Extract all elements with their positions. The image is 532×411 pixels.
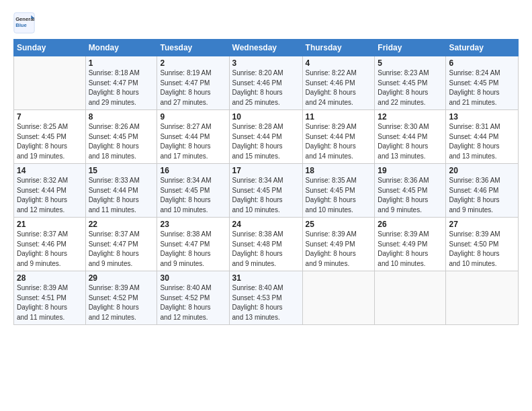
day-number: 26 (378, 220, 443, 229)
day-number: 6 (449, 58, 515, 68)
day-number: 27 (449, 220, 515, 229)
calendar-cell: 17Sunrise: 8:34 AMSunset: 4:45 PMDayligh… (229, 164, 302, 218)
svg-text:Blue: Blue (15, 22, 26, 28)
calendar-cell: 14Sunrise: 8:32 AMSunset: 4:44 PMDayligh… (14, 164, 86, 218)
day-detail: Sunrise: 8:24 AMSunset: 4:45 PMDaylight:… (449, 68, 515, 107)
day-detail: Sunrise: 8:37 AMSunset: 4:46 PMDaylight:… (17, 230, 83, 269)
calendar-cell: 19Sunrise: 8:36 AMSunset: 4:45 PMDayligh… (375, 164, 446, 218)
calendar-cell: 15Sunrise: 8:33 AMSunset: 4:44 PMDayligh… (85, 164, 157, 218)
calendar-cell: 2Sunrise: 8:19 AMSunset: 4:47 PMDaylight… (157, 56, 229, 110)
day-number: 18 (306, 166, 372, 175)
calendar-cell: 16Sunrise: 8:34 AMSunset: 4:45 PMDayligh… (157, 164, 229, 218)
calendar-cell: 10Sunrise: 8:28 AMSunset: 4:44 PMDayligh… (229, 110, 302, 164)
day-detail: Sunrise: 8:32 AMSunset: 4:44 PMDaylight:… (17, 176, 83, 215)
day-detail: Sunrise: 8:36 AMSunset: 4:46 PMDaylight:… (449, 176, 515, 215)
day-detail: Sunrise: 8:30 AMSunset: 4:44 PMDaylight:… (378, 122, 443, 161)
day-number: 1 (89, 58, 154, 68)
day-detail: Sunrise: 8:29 AMSunset: 4:44 PMDaylight:… (306, 122, 372, 161)
day-detail: Sunrise: 8:23 AMSunset: 4:45 PMDaylight:… (378, 68, 443, 107)
day-detail: Sunrise: 8:35 AMSunset: 4:45 PMDaylight:… (306, 176, 372, 215)
day-detail: Sunrise: 8:39 AMSunset: 4:49 PMDaylight:… (378, 230, 443, 269)
calendar-cell: 9Sunrise: 8:27 AMSunset: 4:44 PMDaylight… (157, 110, 229, 164)
day-number: 5 (378, 58, 443, 68)
day-number: 21 (17, 220, 83, 229)
calendar-cell: 5Sunrise: 8:23 AMSunset: 4:45 PMDaylight… (375, 56, 446, 110)
day-number: 25 (306, 220, 372, 229)
day-number: 20 (449, 166, 515, 175)
day-detail: Sunrise: 8:25 AMSunset: 4:45 PMDaylight:… (17, 122, 83, 161)
day-number: 29 (89, 273, 154, 283)
day-number: 15 (89, 166, 154, 175)
calendar-cell: 31Sunrise: 8:40 AMSunset: 4:53 PMDayligh… (229, 271, 302, 325)
day-number: 31 (232, 273, 300, 283)
day-detail: Sunrise: 8:40 AMSunset: 4:53 PMDaylight:… (232, 283, 300, 322)
day-number: 3 (232, 58, 300, 68)
page-header: General Blue (13, 12, 519, 34)
day-detail: Sunrise: 8:31 AMSunset: 4:44 PMDaylight:… (449, 122, 515, 161)
day-number: 19 (378, 166, 443, 175)
calendar-cell (302, 271, 375, 325)
calendar-cell: 4Sunrise: 8:22 AMSunset: 4:46 PMDaylight… (302, 56, 375, 110)
day-header-sunday: Sunday (14, 40, 86, 56)
day-number: 28 (17, 273, 83, 283)
day-header-friday: Friday (375, 40, 446, 56)
day-detail: Sunrise: 8:40 AMSunset: 4:52 PMDaylight:… (160, 283, 226, 322)
calendar-cell: 20Sunrise: 8:36 AMSunset: 4:46 PMDayligh… (446, 164, 519, 218)
day-detail: Sunrise: 8:34 AMSunset: 4:45 PMDaylight:… (232, 176, 300, 215)
day-number: 4 (306, 58, 372, 68)
day-number: 17 (232, 166, 300, 175)
day-detail: Sunrise: 8:39 AMSunset: 4:51 PMDaylight:… (17, 283, 83, 322)
calendar-cell: 3Sunrise: 8:20 AMSunset: 4:46 PMDaylight… (229, 56, 302, 110)
day-detail: Sunrise: 8:39 AMSunset: 4:50 PMDaylight:… (449, 230, 515, 269)
calendar-cell: 26Sunrise: 8:39 AMSunset: 4:49 PMDayligh… (375, 218, 446, 271)
day-header-thursday: Thursday (302, 40, 375, 56)
calendar-cell (375, 271, 446, 325)
day-number: 10 (232, 112, 300, 122)
week-row-2: 7Sunrise: 8:25 AMSunset: 4:45 PMDaylight… (14, 110, 519, 164)
calendar-cell: 1Sunrise: 8:18 AMSunset: 4:47 PMDaylight… (85, 56, 157, 110)
day-detail: Sunrise: 8:22 AMSunset: 4:46 PMDaylight:… (306, 68, 372, 107)
day-detail: Sunrise: 8:38 AMSunset: 4:48 PMDaylight:… (232, 230, 300, 269)
logo: General Blue (13, 12, 35, 34)
calendar-cell: 12Sunrise: 8:30 AMSunset: 4:44 PMDayligh… (375, 110, 446, 164)
day-number: 13 (449, 112, 515, 122)
day-number: 2 (160, 58, 226, 68)
day-detail: Sunrise: 8:34 AMSunset: 4:45 PMDaylight:… (160, 176, 226, 215)
day-header-monday: Monday (85, 40, 157, 56)
day-number: 12 (378, 112, 443, 122)
week-row-1: 1Sunrise: 8:18 AMSunset: 4:47 PMDaylight… (14, 56, 519, 110)
calendar-cell (446, 271, 519, 325)
day-header-saturday: Saturday (446, 40, 519, 56)
day-detail: Sunrise: 8:20 AMSunset: 4:46 PMDaylight:… (232, 68, 300, 107)
day-number: 24 (232, 220, 300, 229)
day-detail: Sunrise: 8:28 AMSunset: 4:44 PMDaylight:… (232, 122, 300, 161)
calendar-cell: 23Sunrise: 8:38 AMSunset: 4:47 PMDayligh… (157, 218, 229, 271)
day-header-wednesday: Wednesday (229, 40, 302, 56)
calendar-cell: 27Sunrise: 8:39 AMSunset: 4:50 PMDayligh… (446, 218, 519, 271)
calendar-cell: 8Sunrise: 8:26 AMSunset: 4:45 PMDaylight… (85, 110, 157, 164)
day-detail: Sunrise: 8:36 AMSunset: 4:45 PMDaylight:… (378, 176, 443, 215)
week-row-5: 28Sunrise: 8:39 AMSunset: 4:51 PMDayligh… (14, 271, 519, 325)
calendar-cell: 30Sunrise: 8:40 AMSunset: 4:52 PMDayligh… (157, 271, 229, 325)
calendar-table: SundayMondayTuesdayWednesdayThursdayFrid… (13, 39, 519, 325)
calendar-cell: 13Sunrise: 8:31 AMSunset: 4:44 PMDayligh… (446, 110, 519, 164)
day-number: 16 (160, 166, 226, 175)
logo-svg: General Blue (13, 12, 35, 34)
day-detail: Sunrise: 8:37 AMSunset: 4:47 PMDaylight:… (89, 230, 154, 269)
day-number: 9 (160, 112, 226, 122)
day-detail: Sunrise: 8:39 AMSunset: 4:52 PMDaylight:… (89, 283, 154, 322)
calendar-cell: 29Sunrise: 8:39 AMSunset: 4:52 PMDayligh… (85, 271, 157, 325)
days-header-row: SundayMondayTuesdayWednesdayThursdayFrid… (14, 40, 519, 56)
day-detail: Sunrise: 8:19 AMSunset: 4:47 PMDaylight:… (160, 68, 226, 107)
day-number: 30 (160, 273, 226, 283)
calendar-cell: 21Sunrise: 8:37 AMSunset: 4:46 PMDayligh… (14, 218, 86, 271)
calendar-cell: 24Sunrise: 8:38 AMSunset: 4:48 PMDayligh… (229, 218, 302, 271)
day-number: 23 (160, 220, 226, 229)
day-detail: Sunrise: 8:26 AMSunset: 4:45 PMDaylight:… (89, 122, 154, 161)
day-number: 11 (306, 112, 372, 122)
day-detail: Sunrise: 8:18 AMSunset: 4:47 PMDaylight:… (89, 68, 154, 107)
day-number: 22 (89, 220, 154, 229)
day-detail: Sunrise: 8:38 AMSunset: 4:47 PMDaylight:… (160, 230, 226, 269)
calendar-cell: 7Sunrise: 8:25 AMSunset: 4:45 PMDaylight… (14, 110, 86, 164)
calendar-cell: 28Sunrise: 8:39 AMSunset: 4:51 PMDayligh… (14, 271, 86, 325)
